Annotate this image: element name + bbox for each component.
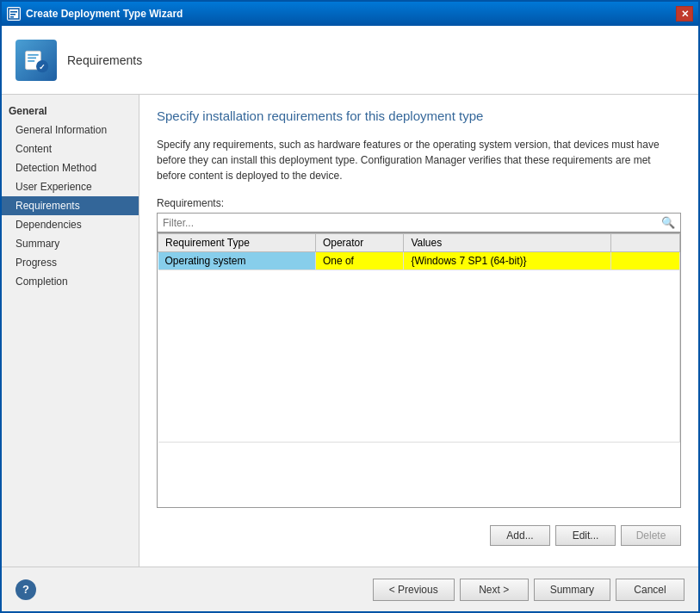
sidebar: General General Information Content Dete…: [2, 95, 139, 567]
sidebar-section-general: General: [2, 102, 139, 121]
page-title: Specify installation requirements for th…: [157, 108, 681, 123]
sidebar-item-content[interactable]: Content: [2, 139, 139, 158]
previous-button[interactable]: < Previous: [373, 579, 455, 601]
col-extra: [611, 234, 680, 252]
svg-rect-1: [10, 11, 17, 13]
svg-rect-3: [10, 16, 14, 18]
cell-values: {Windows 7 SP1 (64-bit)}: [404, 252, 611, 270]
footer-buttons: < Previous Next > Summary Cancel: [373, 579, 685, 601]
sidebar-item-dependencies[interactable]: Dependencies: [2, 215, 139, 234]
cancel-button[interactable]: Cancel: [616, 579, 685, 601]
cell-extra: [611, 252, 680, 270]
cell-operator: One of: [315, 252, 404, 270]
action-buttons: Add... Edit... Delete: [157, 525, 681, 546]
table-header-row: Requirement Type Operator Values: [158, 234, 680, 252]
sidebar-item-completion[interactable]: Completion: [2, 272, 139, 291]
svg-text:✓: ✓: [39, 62, 46, 71]
svg-rect-5: [28, 53, 38, 55]
filter-input[interactable]: [158, 214, 656, 232]
empty-cell: [158, 270, 680, 443]
edit-button[interactable]: Edit...: [555, 525, 616, 546]
requirements-label: Requirements:: [157, 197, 681, 209]
search-icon: 🔍: [656, 214, 680, 232]
empty-row: [158, 270, 680, 443]
delete-button[interactable]: Delete: [621, 525, 681, 546]
table-row[interactable]: Operating system One of {Windows 7 SP1 (…: [158, 252, 680, 270]
col-values: Values: [404, 234, 611, 252]
content-area: General General Information Content Dete…: [2, 95, 698, 567]
help-button[interactable]: ?: [15, 579, 36, 600]
col-requirement-type: Requirement Type: [158, 234, 316, 252]
footer: ? < Previous Next > Summary Cancel: [2, 567, 698, 611]
header-icon: ✓: [15, 40, 57, 81]
wizard-window: Create Deployment Type Wizard ✕ ✓ Requir…: [0, 0, 700, 613]
sidebar-item-progress[interactable]: Progress: [2, 253, 139, 272]
title-bar: Create Deployment Type Wizard ✕: [2, 2, 698, 26]
header-title: Requirements: [67, 53, 142, 67]
requirements-table-container: Requirement Type Operator Values Operati…: [157, 232, 681, 508]
cell-requirement-type: Operating system: [158, 252, 316, 270]
next-button[interactable]: Next >: [460, 579, 529, 601]
svg-rect-7: [28, 60, 34, 62]
sidebar-item-detection-method[interactable]: Detection Method: [2, 158, 139, 177]
sidebar-item-general-information[interactable]: General Information: [2, 121, 139, 139]
window-icon: [7, 7, 21, 21]
window-body: ✓ Requirements General General Informati…: [2, 26, 698, 611]
sidebar-item-summary[interactable]: Summary: [2, 234, 139, 253]
window-title: Create Deployment Type Wizard: [26, 8, 676, 20]
description-text: Specify any requirements, such as hardwa…: [157, 137, 681, 183]
svg-rect-2: [10, 14, 15, 15]
requirements-table: Requirement Type Operator Values Operati…: [158, 233, 680, 443]
header-area: ✓ Requirements: [2, 26, 698, 95]
sidebar-item-requirements[interactable]: Requirements: [2, 196, 139, 215]
table-wrapper: 🔍 Requirement Type Operator Values: [157, 213, 681, 518]
add-button[interactable]: Add...: [490, 525, 550, 546]
close-button[interactable]: ✕: [676, 6, 693, 22]
summary-button[interactable]: Summary: [534, 579, 610, 601]
svg-rect-6: [28, 57, 36, 59]
sidebar-item-user-experience[interactable]: User Experience: [2, 177, 139, 196]
filter-bar: 🔍: [157, 213, 681, 232]
main-content: Specify installation requirements for th…: [139, 95, 698, 567]
col-operator: Operator: [315, 234, 404, 252]
